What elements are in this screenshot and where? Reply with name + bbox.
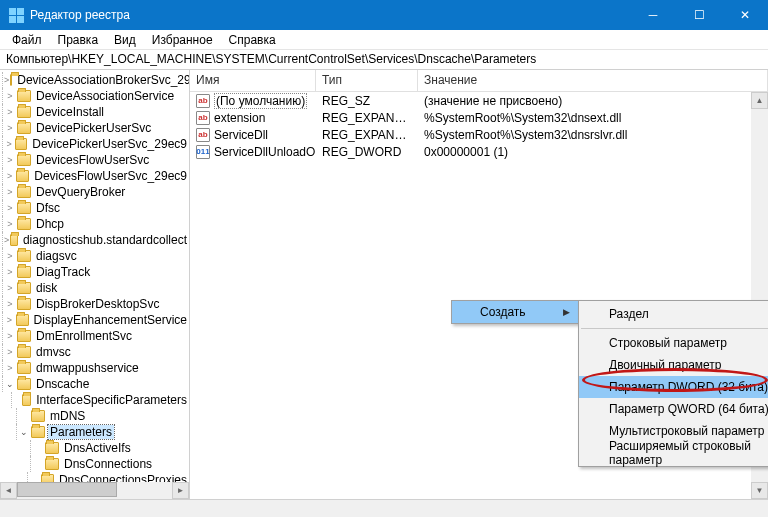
- tree-item[interactable]: mDNS: [2, 408, 189, 424]
- tree-item[interactable]: ⌄Parameters: [2, 424, 189, 440]
- list-row[interactable]: 011ServiceDllUnloadOnSt...REG_DWORD0x000…: [190, 143, 768, 160]
- minimize-button[interactable]: ─: [630, 0, 676, 30]
- expand-icon[interactable]: >: [4, 234, 9, 246]
- tree-item[interactable]: >DevicesFlowUserSvc_29ec9: [2, 168, 189, 184]
- tree-item-label: DispBrokerDesktopSvc: [34, 297, 161, 311]
- expand-icon[interactable]: >: [4, 90, 16, 102]
- expand-icon[interactable]: >: [4, 138, 14, 150]
- ctx-new-key[interactable]: Раздел: [579, 303, 768, 325]
- tree-item[interactable]: >DevicePickerUserSvc_29ec9: [2, 136, 189, 152]
- tree-item[interactable]: >dmvsc: [2, 344, 189, 360]
- ctx-new-dword32[interactable]: Параметр DWORD (32 бита): [579, 376, 768, 398]
- list-row[interactable]: abextensionREG_EXPAND_SZ%SystemRoot%\Sys…: [190, 109, 768, 126]
- expand-icon[interactable]: >: [4, 346, 16, 358]
- collapse-icon[interactable]: ⌄: [4, 378, 16, 390]
- list-row[interactable]: ab(По умолчанию)REG_SZ(значение не присв…: [190, 92, 768, 109]
- column-type[interactable]: Тип: [316, 70, 418, 91]
- scroll-thumb[interactable]: [17, 482, 117, 497]
- tree-item[interactable]: >DispBrokerDesktopSvc: [2, 296, 189, 312]
- ctx-create[interactable]: Создать ▶: [452, 301, 578, 323]
- tree-item[interactable]: >Dfsc: [2, 200, 189, 216]
- folder-icon: [17, 266, 31, 278]
- string-value-icon: ab: [196, 128, 210, 142]
- menu-edit[interactable]: Правка: [50, 31, 107, 49]
- tree-item[interactable]: >DevicesFlowUserSvc: [2, 152, 189, 168]
- expand-icon[interactable]: >: [4, 106, 16, 118]
- menubar: Файл Правка Вид Избранное Справка: [0, 30, 768, 50]
- tree-item[interactable]: >DevQueryBroker: [2, 184, 189, 200]
- expand-icon[interactable]: >: [4, 74, 9, 86]
- folder-icon: [16, 170, 29, 182]
- tree-item[interactable]: ⌄Dnscache: [2, 376, 189, 392]
- tree-item[interactable]: >disk: [2, 280, 189, 296]
- tree-leaf-icon: [18, 410, 30, 422]
- maximize-button[interactable]: ☐: [676, 0, 722, 30]
- value-type: REG_EXPAND_SZ: [316, 128, 418, 142]
- expand-icon[interactable]: >: [4, 218, 16, 230]
- tree-item[interactable]: >DeviceAssociationBrokerSvc_29: [2, 72, 189, 88]
- menu-file[interactable]: Файл: [4, 31, 50, 49]
- column-data[interactable]: Значение: [418, 70, 768, 91]
- scroll-left-button[interactable]: ◄: [0, 482, 17, 499]
- collapse-icon[interactable]: ⌄: [18, 426, 30, 438]
- folder-icon: [31, 426, 45, 438]
- expand-icon[interactable]: >: [4, 362, 16, 374]
- tree-item[interactable]: DnsActiveIfs: [2, 440, 189, 456]
- menu-view[interactable]: Вид: [106, 31, 144, 49]
- folder-icon: [10, 74, 12, 86]
- expand-icon[interactable]: >: [4, 266, 16, 278]
- expand-icon[interactable]: >: [4, 250, 16, 262]
- expand-icon[interactable]: >: [4, 314, 15, 326]
- scroll-down-button[interactable]: ▼: [751, 482, 768, 499]
- tree-item[interactable]: DnsConnections: [2, 456, 189, 472]
- tree-item[interactable]: >dmwappushservice: [2, 360, 189, 376]
- list-row[interactable]: abServiceDllREG_EXPAND_SZ%SystemRoot%\Sy…: [190, 126, 768, 143]
- tree-item[interactable]: InterfaceSpecificParameters: [2, 392, 189, 408]
- tree-item-label: disk: [34, 281, 59, 295]
- column-name[interactable]: Имя: [190, 70, 316, 91]
- titlebar[interactable]: Редактор реестра ─ ☐ ✕: [0, 0, 768, 30]
- value-type: REG_SZ: [316, 94, 418, 108]
- tree-item[interactable]: >DmEnrollmentSvc: [2, 328, 189, 344]
- tree-item[interactable]: >diagnosticshub.standardcollect: [2, 232, 189, 248]
- tree-item-label: DevicePickerUserSvc: [34, 121, 153, 135]
- tree-item[interactable]: >DeviceInstall: [2, 104, 189, 120]
- folder-icon: [17, 154, 31, 166]
- tree-item[interactable]: >DevicePickerUserSvc: [2, 120, 189, 136]
- folder-icon: [17, 122, 31, 134]
- tree-item[interactable]: >DisplayEnhancementService: [2, 312, 189, 328]
- value-data: 0x00000001 (1): [418, 145, 768, 159]
- tree-item[interactable]: >DeviceAssociationService: [2, 88, 189, 104]
- tree-pane[interactable]: >DeviceAssociationBrokerSvc_29>DeviceAss…: [0, 70, 190, 499]
- tree-item-label: InterfaceSpecificParameters: [34, 393, 189, 407]
- tree-item[interactable]: >diagsvc: [2, 248, 189, 264]
- expand-icon[interactable]: >: [4, 298, 16, 310]
- scroll-up-button[interactable]: ▲: [751, 92, 768, 109]
- ctx-new-qword64[interactable]: Параметр QWORD (64 бита): [579, 398, 768, 420]
- values-pane[interactable]: Имя Тип Значение ab(По умолчанию)REG_SZ(…: [190, 70, 768, 499]
- submenu-arrow-icon: ▶: [563, 307, 570, 317]
- scroll-right-button[interactable]: ►: [172, 482, 189, 499]
- tree-item-label: Dfsc: [34, 201, 62, 215]
- expand-icon[interactable]: >: [4, 186, 16, 198]
- expand-icon[interactable]: >: [4, 282, 16, 294]
- address-bar[interactable]: Компьютер\HKEY_LOCAL_MACHINE\SYSTEM\Curr…: [0, 50, 768, 70]
- ctx-new-expandstring[interactable]: Расширяемый строковый параметр: [579, 442, 768, 464]
- menu-help[interactable]: Справка: [221, 31, 284, 49]
- horizontal-scrollbar[interactable]: ◄ ►: [0, 482, 189, 499]
- menu-favorites[interactable]: Избранное: [144, 31, 221, 49]
- expand-icon[interactable]: >: [4, 154, 16, 166]
- tree-item-label: Dnscache: [34, 377, 91, 391]
- expand-icon[interactable]: >: [4, 202, 16, 214]
- context-menu-primary: Создать ▶: [451, 300, 579, 324]
- expand-icon[interactable]: >: [4, 330, 16, 342]
- ctx-new-binary[interactable]: Двоичный параметр: [579, 354, 768, 376]
- close-button[interactable]: ✕: [722, 0, 768, 30]
- tree-item[interactable]: >DiagTrack: [2, 264, 189, 280]
- folder-icon: [17, 362, 31, 374]
- tree-item[interactable]: >Dhcp: [2, 216, 189, 232]
- expand-icon[interactable]: >: [4, 122, 16, 134]
- ctx-new-string[interactable]: Строковый параметр: [579, 332, 768, 354]
- expand-icon[interactable]: >: [4, 170, 15, 182]
- tree-leaf-icon: [32, 458, 44, 470]
